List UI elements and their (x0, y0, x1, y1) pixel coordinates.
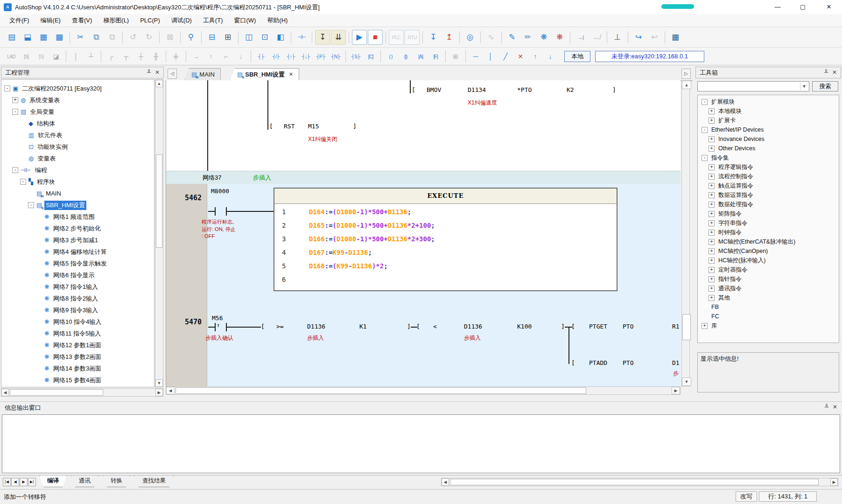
move-up-icon[interactable]: ↑ (528, 50, 542, 63)
instruction-ptadd[interactable]: PTADD (589, 359, 607, 366)
arrow-down-icon[interactable]: ↓ (234, 50, 248, 63)
run-icon[interactable]: ▶ (352, 30, 367, 45)
network-config-icon[interactable]: ❋ (536, 30, 551, 45)
instruction-ptget[interactable]: PTGET (589, 323, 607, 330)
wire-vertical-icon[interactable]: │ (69, 50, 83, 63)
counter-icon[interactable]: [C] (364, 50, 378, 63)
script-line[interactable]: 2D165:=(D1000-1)*500+D1136*2+100; (274, 219, 617, 232)
editor-tab-main[interactable]: ▤MMAIN (184, 68, 221, 80)
branch-open-icon[interactable]: ┌ (104, 50, 118, 63)
arrow-up-icon[interactable]: ↑ (204, 50, 218, 63)
tree-item-device-table[interactable]: ▥软元件表 (1, 129, 154, 141)
menu-item-plc[interactable]: PLC(P) (135, 15, 165, 26)
pin-icon[interactable]: ╨ (145, 67, 153, 78)
operand[interactable]: K100 (517, 323, 532, 330)
script-line[interactable]: 4D167:=K99-D1136; (274, 246, 617, 259)
paste-icon[interactable]: ⧉ (105, 30, 119, 45)
step-into-icon[interactable]: ↪ (631, 30, 646, 45)
undo-icon[interactable]: ↺ (126, 30, 140, 45)
window-split-icon[interactable]: ◧ (273, 30, 288, 45)
tree-item-struct[interactable]: ◆结构体 (1, 118, 154, 129)
rtu-mode-icon[interactable]: RTU (405, 30, 420, 45)
scroll-up-icon[interactable]: ▲ (155, 80, 163, 87)
save-icon[interactable]: ▦ (36, 30, 51, 45)
tree-item-others[interactable]: +其他 (698, 293, 839, 302)
scroll-left-icon[interactable]: ◀ (1, 389, 9, 396)
tree-item-program-blocks[interactable]: -▚程序块 (1, 176, 154, 188)
tree-item-contact-operation[interactable]: +触点运算指令 (698, 181, 839, 190)
scroll-down-icon[interactable]: ▼ (682, 378, 691, 386)
tab-close-icon[interactable]: ✕ (289, 71, 293, 77)
execute-script-block[interactable]: EXECUTE 1D164:=(D1000-1)*500+D1136;2D165… (274, 188, 617, 291)
usb-connect-icon[interactable]: ⊥ (610, 30, 625, 45)
output-tab-communication[interactable]: 通讯 (71, 476, 98, 487)
tree-item-main-program[interactable]: ▤MMAIN (1, 188, 154, 199)
contact-rising-icon[interactable]: ┤↑├ (284, 50, 298, 63)
line-horizontal-icon[interactable]: ─ (469, 50, 483, 63)
tree-item-network-5[interactable]: ❋网络5 指令显示触发 (1, 258, 154, 269)
coil-set-icon[interactable]: ┤S├ (349, 50, 363, 63)
output-tab-search-results[interactable]: 查找结果 (134, 476, 174, 487)
operand[interactable]: PTO (623, 359, 633, 366)
contact-n-icon[interactable]: ┤N├ (329, 50, 343, 63)
cut-icon[interactable]: ✂ (73, 30, 88, 45)
arrow-corner-icon[interactable]: ⌐ (219, 50, 233, 63)
tree-item-fb[interactable]: FB (698, 302, 839, 312)
tree-item-network-12[interactable]: ❋网络12 参数1画面 (1, 339, 154, 351)
scroll-thumb[interactable] (450, 479, 819, 485)
maximize-button[interactable]: ▢ (791, 0, 815, 14)
branch-add-icon[interactable]: ┬ (119, 50, 133, 63)
tree-item-data-processing[interactable]: +数据处理指令 (698, 200, 839, 209)
lad-view-icon[interactable]: LAD (4, 50, 18, 63)
chevron-down-icon[interactable]: ▼ (800, 83, 808, 90)
operand[interactable]: K1 (359, 323, 367, 330)
minimize-button[interactable]: — (765, 0, 790, 14)
scroll-thumb[interactable] (10, 389, 103, 396)
tree-item-ext-card[interactable]: +扩展卡 (698, 116, 839, 125)
step-out-icon[interactable]: ↩ (647, 30, 662, 45)
instruction-table-icon[interactable]: ⊞ (449, 50, 463, 63)
tree-item-flow-control[interactable]: +流程控制指令 (698, 172, 839, 181)
doc-download-icon[interactable]: ↧ (315, 30, 330, 45)
tree-item-network-8[interactable]: ❋网络8 指令2输入 (1, 293, 154, 304)
tab-scroll-left-icon[interactable]: ◁ (168, 69, 177, 79)
collapse-icon[interactable]: - (28, 202, 34, 208)
output-tab-compile[interactable]: 编译 (39, 476, 67, 487)
operand[interactable]: D1136 (307, 323, 325, 330)
tree-item-network-6[interactable]: ❋网络6 指令显示 (1, 269, 154, 281)
contact-label[interactable]: M8000 (211, 188, 229, 195)
tree-item-program-logic[interactable]: +程序逻辑指令 (698, 162, 839, 172)
scroll-right-icon[interactable]: ▶ (672, 387, 680, 394)
output-hscrollbar[interactable]: ◀ ▶ (441, 478, 838, 486)
tree-item-network-15[interactable]: ❋网络15 参数4画面 (1, 374, 154, 386)
collapse-icon[interactable]: - (702, 127, 708, 133)
tree-item-network-9[interactable]: ❋网络9 指令3输入 (1, 304, 154, 316)
tree-item-matrix[interactable]: +矩阵指令 (698, 209, 839, 218)
tree-item-fb-instance[interactable]: ⊡功能块实例 (1, 141, 154, 153)
tree-item-other-devices[interactable]: +Other Devices (698, 144, 839, 153)
scroll-thumb[interactable] (175, 387, 586, 394)
collapse-icon[interactable]: - (20, 179, 26, 185)
ladder-canvas[interactable]: [ BMOV D1134 *PTO K2 ] X1纠偏速度 [ RST M15 … (166, 80, 681, 386)
tree-item-ethernet-ip-devices[interactable]: -EtherNet/IP Devices (698, 125, 839, 134)
tree-item-programming[interactable]: -⊣⊢编程 (1, 164, 154, 176)
expand-icon[interactable]: + (709, 174, 715, 180)
open-folder-icon[interactable]: ⬓ (20, 30, 35, 45)
last-tab-icon[interactable]: ▶| (28, 478, 36, 486)
menu-item-help[interactable]: 帮助(H) (262, 14, 292, 27)
search-icon[interactable]: ⚲ (183, 30, 198, 45)
tree-item-fc[interactable]: FC (698, 312, 839, 321)
editor-vscrollbar[interactable]: ▲ ▼ (681, 80, 690, 386)
expand-icon[interactable]: + (709, 258, 715, 264)
tree-item-pointer[interactable]: +指针指令 (698, 274, 839, 284)
expand-icon[interactable]: + (709, 248, 715, 254)
tree-item-library[interactable]: +库 (698, 321, 839, 330)
scroll-left-icon[interactable]: ◀ (442, 478, 449, 486)
coil-not-icon[interactable]: (|) (399, 50, 413, 63)
new-file-icon[interactable]: ▤ (4, 30, 19, 45)
menu-item-ladder[interactable]: 梯形图(L) (98, 14, 133, 27)
menu-item-edit[interactable]: 编辑(E) (36, 14, 65, 27)
login-status-box[interactable]: 未登录:easy320:192.168.0.1 (595, 51, 704, 62)
network-37-header[interactable]: 网络37 步插入 (166, 171, 681, 184)
line-vertical-icon[interactable]: │ (484, 50, 498, 63)
